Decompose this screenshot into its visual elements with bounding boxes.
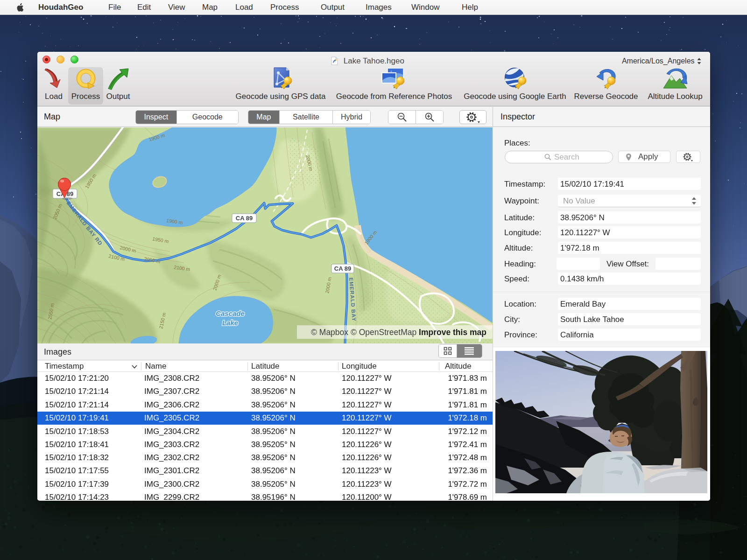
svg-text:Cascade: Cascade [216, 309, 245, 317]
svg-text:CA 89: CA 89 [236, 215, 253, 222]
svg-text:CA 89: CA 89 [334, 265, 351, 272]
svg-text:Lake: Lake [222, 319, 238, 327]
svg-text:© Mapbox © OpenStreetMap Impro: © Mapbox © OpenStreetMap Improve this ma… [311, 328, 486, 337]
